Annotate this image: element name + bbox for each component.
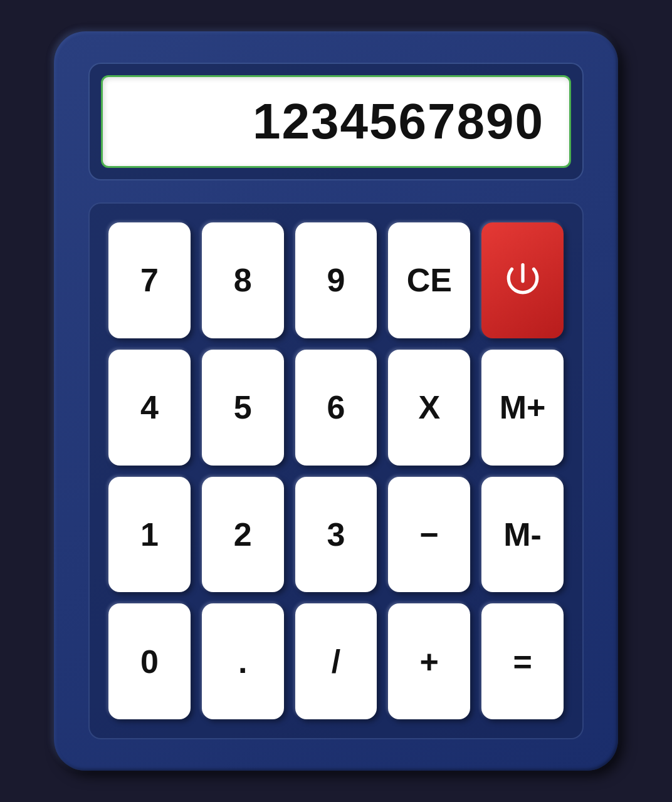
key-8[interactable]: 8 (202, 222, 284, 338)
keypad-area: 7 8 9 CE 4 5 6 X M+ (88, 202, 584, 739)
key-mplus[interactable]: M+ (481, 350, 564, 466)
key-ce[interactable]: CE (388, 222, 470, 338)
key-decimal[interactable]: . (202, 603, 284, 719)
key-5[interactable]: 5 (202, 350, 284, 466)
key-4[interactable]: 4 (108, 350, 191, 466)
key-1[interactable]: 1 (108, 477, 191, 593)
key-0[interactable]: 0 (108, 603, 191, 719)
key-9[interactable]: 9 (295, 222, 377, 338)
display-screen: 1234567890 (101, 75, 571, 168)
display-value: 1234567890 (253, 93, 544, 150)
key-equals[interactable]: = (481, 603, 564, 719)
key-divide[interactable]: / (295, 603, 377, 719)
calculator-body: 1234567890 7 8 9 CE 4 5 6 (54, 31, 618, 771)
key-7[interactable]: 7 (108, 222, 191, 338)
key-3[interactable]: 3 (295, 477, 377, 593)
key-mminus[interactable]: M- (481, 477, 564, 593)
key-subtract[interactable]: − (388, 477, 470, 593)
power-icon (501, 258, 545, 302)
display-area: 1234567890 (88, 63, 584, 180)
key-add[interactable]: + (388, 603, 470, 719)
key-2[interactable]: 2 (202, 477, 284, 593)
key-6[interactable]: 6 (295, 350, 377, 466)
key-power[interactable] (481, 222, 564, 338)
key-multiply[interactable]: X (388, 350, 470, 466)
